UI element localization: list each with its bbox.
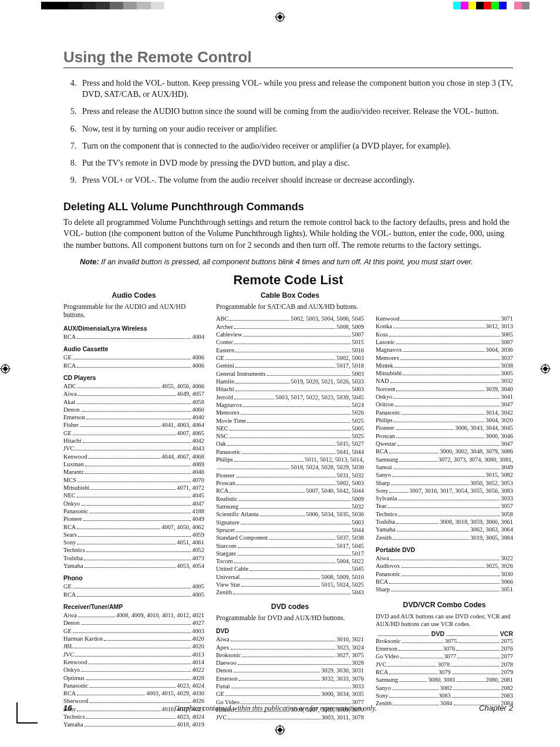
code-row: United Cable5045: [216, 565, 364, 573]
code-row: Pioneer5031, 5032: [216, 472, 364, 479]
code-row: Sansui3049: [376, 463, 513, 471]
note-body: If an invalid button is pressed, all com…: [101, 257, 473, 266]
code-row: Apex3023, 3024: [216, 644, 364, 651]
code-row: Samsung3072, 3073, 3074, 3080, 3081,: [376, 456, 513, 463]
code-row: Gemini5017, 5018: [216, 362, 364, 369]
combo-row: Broksonic30752075: [376, 637, 513, 645]
code-row: RCA4003, 4015, 4029, 4030: [63, 689, 204, 697]
code-row: Harman Kardon4020: [63, 635, 204, 642]
audio-codes-note: Programmable for the AUDIO and AUX/HD bu…: [63, 303, 204, 320]
code-row: Yamaha4053, 4054: [63, 562, 204, 570]
code-row: Sony4051, 4061: [63, 539, 204, 546]
step-item: Turn on the component that is connected …: [79, 140, 513, 152]
combo-row: Go Video30772077: [376, 652, 513, 660]
code-row: Panasonic4023, 4024: [63, 682, 204, 689]
combo-row: RCA30792079: [376, 668, 513, 676]
code-row: Eastern5016: [216, 346, 364, 354]
code-row: Cableview5007: [216, 331, 364, 338]
code-row: Qwestar3047: [376, 440, 513, 447]
code-row: Proscan3000, 3046: [376, 432, 513, 440]
code-row: Aiwa3010, 3021: [216, 635, 364, 643]
code-row: Toshiba4073: [63, 554, 204, 562]
code-row: Mintek3038: [376, 362, 513, 369]
code-row: Funai3033: [216, 682, 364, 690]
step-item: Put the TV's remote in DVD mode by press…: [79, 157, 513, 169]
code-row: Konka3012, 3013: [376, 322, 513, 330]
code-row: Yamaha3062, 3063, 3064: [376, 526, 513, 533]
code-row: NSC5025: [216, 432, 364, 440]
code-row: NEC5005: [216, 425, 364, 432]
subsection-heading: Deleting ALL Volume Punchthrough Command…: [63, 201, 513, 213]
code-row: Aiwa3022: [376, 554, 513, 562]
code-row: Technics4052: [63, 546, 204, 554]
code-row: Philips3004, 3020: [376, 416, 513, 424]
code-row: Samsung5032: [216, 503, 364, 510]
step-item: Press VOL+ or VOL-. The volume from the …: [79, 174, 513, 186]
code-row: JVC3003, 3011, 3078: [216, 714, 364, 721]
code-row: ABC5002, 5003, 5004, 5006, 5045: [216, 315, 364, 322]
combo-head-vcr: VCR: [500, 630, 513, 637]
code-row: Aiwa4008, 4009, 4010, 4011, 4012, 4021: [63, 611, 204, 619]
code-row: Denon3029, 3030, 3031: [216, 667, 364, 674]
code-row: Optimus4028: [63, 674, 204, 682]
code-row: Fisher4041, 4063, 4064: [63, 421, 204, 429]
code-row: Emerson3032, 3033, 3076: [216, 675, 364, 682]
code-row: Daewoo3028: [216, 659, 364, 667]
code-row: Technics3058: [376, 510, 513, 518]
code-row: Philips5011, 5012, 5013, 5014,: [216, 456, 364, 463]
code-row: JVC4043: [63, 445, 204, 452]
code-row: Universal5008, 5009, 5010: [216, 573, 364, 581]
code-row: Sharp3050, 3052, 3053: [376, 479, 513, 487]
code-row: Pioneer4049: [63, 515, 204, 523]
cable-box-heading: Cable Box Codes: [216, 291, 364, 300]
code-row: Standard Component5037, 5038: [216, 534, 364, 541]
code-row: Zenith5043: [216, 588, 364, 596]
combo-head-dvd: DVD: [431, 630, 444, 637]
code-row: View Star5015, 5024, 5025: [216, 581, 364, 588]
footer-caption: Graphics contained within this publicati…: [72, 704, 479, 713]
code-row: Magnavox3004, 3036: [376, 346, 513, 354]
registration-mark-top: [275, 12, 285, 22]
code-row: Panasonic4188: [63, 507, 204, 515]
code-row: Zenith3019, 3065, 3084: [376, 534, 513, 541]
audio-group-head: AUX/Dimensia/Lyra Wireless: [63, 325, 204, 332]
code-row: RCA5007, 5040, 5042, 5044: [216, 487, 364, 494]
dvd-codes-heading: DVD codes: [216, 603, 364, 611]
code-row: RCA4005: [63, 591, 204, 598]
code-row: Archer5008, 5009: [216, 323, 364, 331]
subsection-body: To delete all programmed Volume Punchthr…: [63, 217, 513, 251]
registration-mark-bottom: [275, 725, 285, 735]
code-row: Hitachi5003: [216, 385, 364, 393]
code-row: Sony3007, 3016, 3017, 3054, 3055, 3056, …: [376, 487, 513, 494]
code-row: Kenwood4014: [63, 658, 204, 666]
code-row: Tocom5004, 5022: [216, 557, 364, 565]
combo-note: DVD and AUX buttons can use DVD codes; V…: [376, 613, 513, 628]
code-row: Luxman4069: [63, 460, 204, 468]
code-row: Panasonic3014, 3042: [376, 409, 513, 416]
code-row: Realistic5009: [216, 495, 364, 503]
audio-group-head: Audio Cassette: [63, 345, 204, 352]
code-row: Denon4060: [63, 406, 204, 413]
code-row: Sylvania3033: [376, 494, 513, 502]
code-row: Broksonic3027, 3075: [216, 651, 364, 659]
code-row: Mitsubishi3005: [376, 369, 513, 377]
chapter-label: Chapter 2: [479, 704, 513, 712]
code-row: Teac3057: [376, 502, 513, 510]
code-row: Mitsubishi4071, 4072: [63, 484, 204, 492]
middle-column: Cable Box Codes Programmable for SAT/CAB…: [216, 289, 364, 729]
combo-row: JVC30782078: [376, 661, 513, 668]
code-row: RCA4006: [63, 362, 204, 369]
code-row: Signature5003: [216, 519, 364, 526]
page-number: 16: [63, 704, 72, 712]
cable-box-note: Programmable for SAT/CAB and AUX/HD butt…: [216, 303, 364, 311]
code-row: Emerson4040: [63, 413, 204, 421]
code-row: Aiwa4049, 4057: [63, 390, 204, 398]
code-row: GE3000, 3034, 3035: [216, 690, 364, 698]
remote-code-list-title: Remote Code List: [63, 272, 513, 288]
step-item: Now, test it by turning on your audio re…: [79, 123, 513, 134]
audio-group-head: CD Players: [63, 374, 204, 381]
code-row: Toshiba3008, 3018, 3059, 3060, 3061: [376, 518, 513, 526]
code-row: Sears4059: [63, 531, 204, 539]
code-row: Jerrold5003, 5017, 5022, 5023, 5039, 504…: [216, 393, 364, 401]
code-row: Norcent3039, 3040: [376, 385, 513, 393]
